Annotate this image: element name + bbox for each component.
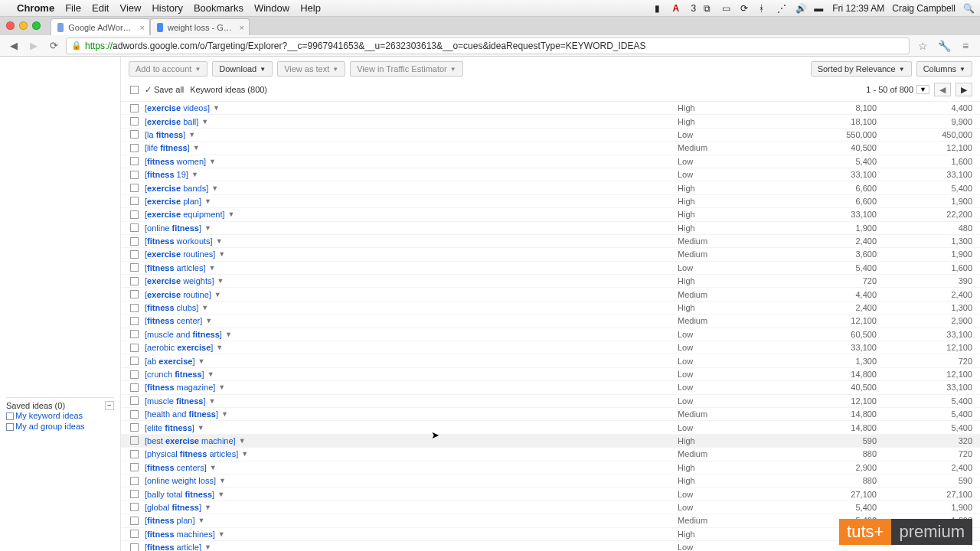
view-as-text-button[interactable]: View as text▼ bbox=[277, 61, 345, 77]
keyword-link[interactable]: [online fitness]▼ bbox=[145, 223, 678, 233]
select-all-checkbox[interactable] bbox=[130, 86, 139, 94]
close-window-button[interactable] bbox=[6, 21, 15, 30]
dropdown-icon[interactable]: ▼ bbox=[219, 477, 226, 484]
dropdown-icon[interactable]: ▼ bbox=[216, 344, 223, 351]
address-bar[interactable]: 🔒 https://adwords.google.com/o/Targeting… bbox=[66, 37, 910, 54]
keyword-link[interactable]: [global fitness]▼ bbox=[145, 503, 678, 512]
dropdown-icon[interactable]: ▼ bbox=[217, 277, 224, 285]
dropdown-icon[interactable]: ▼ bbox=[221, 410, 228, 418]
row-checkbox[interactable] bbox=[130, 223, 139, 232]
dropdown-icon[interactable]: ▼ bbox=[204, 197, 211, 205]
row-checkbox[interactable] bbox=[130, 490, 139, 498]
keyword-link[interactable]: [crunch fitness]▼ bbox=[145, 370, 678, 379]
menu-file[interactable]: File bbox=[65, 2, 81, 14]
wrench-icon[interactable]: 🔧 bbox=[936, 37, 952, 54]
dropdown-icon[interactable]: ▼ bbox=[214, 291, 221, 298]
keyword-link[interactable]: [fitness article]▼ bbox=[145, 543, 678, 551]
keyword-link[interactable]: [exercise routines]▼ bbox=[145, 249, 678, 259]
adobe-icon[interactable]: A bbox=[673, 3, 684, 14]
status-icon[interactable]: ▮ bbox=[655, 3, 665, 14]
keyword-link[interactable]: [bally total fitness]▼ bbox=[145, 490, 678, 499]
dropdown-icon[interactable]: ▼ bbox=[213, 104, 220, 112]
row-checkbox[interactable] bbox=[130, 383, 139, 392]
dropdown-icon[interactable]: ▼ bbox=[210, 464, 217, 471]
download-button[interactable]: Download▼ bbox=[212, 61, 273, 77]
keyword-link[interactable]: [muscle fitness]▼ bbox=[145, 396, 678, 406]
row-checkbox[interactable] bbox=[130, 436, 139, 445]
row-checkbox[interactable] bbox=[130, 410, 139, 419]
dropdown-icon[interactable]: ▼ bbox=[188, 131, 195, 139]
row-checkbox[interactable] bbox=[130, 396, 139, 405]
close-tab-icon[interactable]: × bbox=[240, 23, 244, 32]
row-checkbox[interactable] bbox=[130, 290, 139, 298]
row-checkbox[interactable] bbox=[130, 370, 139, 379]
sort-button[interactable]: Sorted by Relevance▼ bbox=[811, 61, 912, 77]
traffic-estimator-button[interactable]: View in Traffic Estimator▼ bbox=[350, 61, 463, 77]
menu-bookmarks[interactable]: Bookmarks bbox=[194, 2, 243, 14]
dropdown-icon[interactable]: ▼ bbox=[211, 184, 218, 192]
prev-page-button[interactable]: ◀ bbox=[934, 83, 951, 96]
row-checkbox[interactable] bbox=[130, 463, 139, 471]
dropdown-icon[interactable]: ▼ bbox=[205, 317, 212, 324]
battery-icon[interactable]: ▬ bbox=[814, 3, 825, 14]
save-all-button[interactable]: ✓Save all bbox=[145, 85, 184, 95]
close-tab-icon[interactable]: × bbox=[140, 23, 145, 32]
keyword-link[interactable]: [aerobic exercise]▼ bbox=[145, 343, 678, 352]
dropdown-icon[interactable]: ▼ bbox=[225, 331, 232, 338]
dropdown-icon[interactable]: ▼ bbox=[239, 437, 246, 445]
menu-window[interactable]: Window bbox=[254, 2, 289, 14]
row-checkbox[interactable] bbox=[130, 304, 139, 312]
row-checkbox[interactable] bbox=[130, 210, 139, 219]
row-checkbox[interactable] bbox=[130, 477, 139, 485]
keyword-link[interactable]: [fitness plan]▼ bbox=[145, 516, 678, 525]
keyword-link[interactable]: [fitness 19]▼ bbox=[145, 170, 678, 179]
reload-button[interactable]: ⟳ bbox=[46, 38, 61, 54]
dropdown-icon[interactable]: ▼ bbox=[204, 504, 211, 511]
row-checkbox[interactable] bbox=[130, 530, 139, 538]
dropdown-icon[interactable]: ▼ bbox=[216, 237, 223, 245]
dropdown-icon[interactable]: ▼ bbox=[201, 118, 208, 126]
row-checkbox[interactable] bbox=[130, 423, 139, 432]
row-checkbox[interactable] bbox=[130, 237, 139, 246]
keyword-link[interactable]: [exercise plan]▼ bbox=[145, 197, 678, 206]
keyword-link[interactable]: [fitness machines]▼ bbox=[145, 530, 678, 539]
row-checkbox[interactable] bbox=[130, 117, 139, 126]
user-name[interactable]: Craig Campbell bbox=[892, 3, 956, 14]
keyword-link[interactable]: [ab exercise]▼ bbox=[145, 357, 678, 366]
dropdown-icon[interactable]: ▼ bbox=[204, 543, 211, 551]
sidebar-item-adgroup-ideas[interactable]: My ad group ideas bbox=[6, 421, 114, 432]
keyword-link[interactable]: [la fitness]▼ bbox=[145, 130, 678, 139]
row-checkbox[interactable] bbox=[130, 277, 139, 285]
dropdown-icon[interactable]: ▼ bbox=[209, 264, 216, 272]
row-checkbox[interactable] bbox=[130, 104, 139, 112]
menu-icon[interactable]: ≡ bbox=[957, 37, 974, 54]
display-icon[interactable]: ▭ bbox=[722, 3, 733, 14]
row-checkbox[interactable] bbox=[130, 317, 139, 325]
keyword-link[interactable]: [life fitness]▼ bbox=[145, 143, 678, 152]
next-page-button[interactable]: ▶ bbox=[956, 83, 972, 96]
bluetooth-icon[interactable]: ᚼ bbox=[759, 3, 769, 14]
dropdown-icon[interactable]: ▼ bbox=[217, 491, 224, 498]
dropdown-icon[interactable]: ▼ bbox=[198, 517, 204, 524]
dropdown-icon[interactable]: ▼ bbox=[191, 171, 198, 178]
row-checkbox[interactable] bbox=[130, 263, 139, 272]
row-checkbox[interactable] bbox=[130, 357, 139, 365]
keyword-link[interactable]: [fitness women]▼ bbox=[145, 157, 678, 166]
clock[interactable]: Fri 12:39 AM bbox=[832, 3, 884, 14]
page-size-dropdown[interactable]: ▼ bbox=[916, 85, 929, 94]
dropdown-icon[interactable]: ▼ bbox=[198, 424, 204, 432]
row-checkbox[interactable] bbox=[130, 184, 139, 192]
keyword-link[interactable]: [muscle and fitness]▼ bbox=[145, 330, 678, 339]
dropdown-icon[interactable]: ▼ bbox=[201, 304, 208, 311]
volume-icon[interactable]: 🔊 bbox=[795, 3, 806, 14]
menu-view[interactable]: View bbox=[119, 2, 141, 14]
add-to-account-button[interactable]: Add to account▼ bbox=[129, 61, 207, 77]
row-checkbox[interactable] bbox=[130, 250, 139, 259]
dropdown-icon[interactable]: ▼ bbox=[218, 530, 225, 538]
row-checkbox[interactable] bbox=[130, 130, 139, 139]
keyword-link[interactable]: [fitness centers]▼ bbox=[145, 463, 678, 472]
dropdown-icon[interactable]: ▼ bbox=[198, 357, 204, 365]
dropdown-icon[interactable]: ▼ bbox=[207, 370, 214, 378]
forward-button[interactable]: ▶ bbox=[26, 38, 41, 54]
row-checkbox[interactable] bbox=[130, 171, 139, 179]
